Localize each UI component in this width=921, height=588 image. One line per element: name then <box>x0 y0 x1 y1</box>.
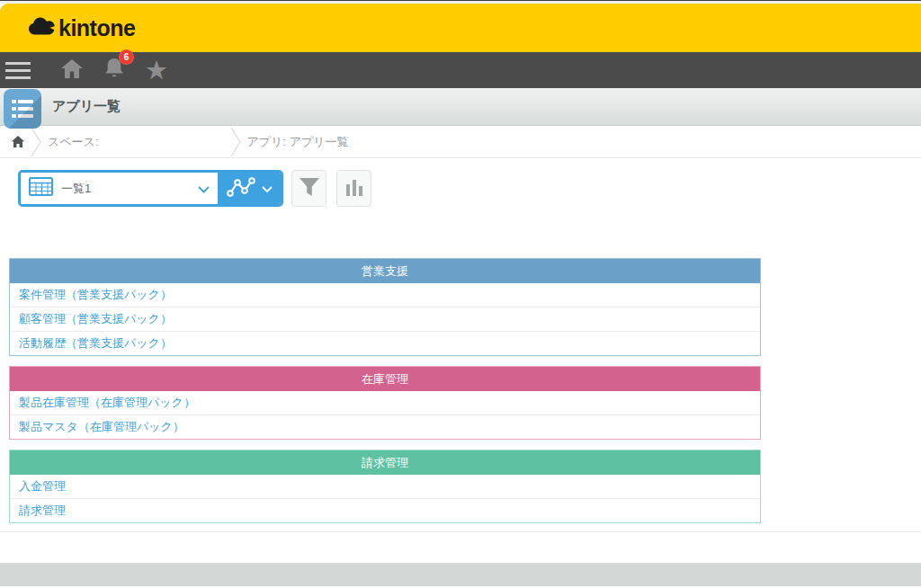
app-group-inventory: 在庫管理 製品在庫管理（在庫管理パック） 製品マスタ（在庫管理パック） <box>9 366 761 440</box>
breadcrumb-app-link[interactable]: アプリ: アプリ一覧 <box>247 134 349 150</box>
filter-button[interactable] <box>291 170 326 207</box>
kintone-logo[interactable]: kintone <box>28 15 135 41</box>
app-group-sales: 営業支援 案件管理（営業支援パック） 顧客管理（営業支援パック） 活動履歴（営業… <box>9 258 761 356</box>
group-header: 営業支援 <box>10 259 760 283</box>
page-title: アプリ一覧 <box>52 98 121 115</box>
app-link[interactable]: 顧客管理（営業支援パック） <box>10 307 760 332</box>
app-group-list: 営業支援 案件管理（営業支援パック） 顧客管理（営業支援パック） 活動履歴（営業… <box>9 258 921 523</box>
graph-button[interactable] <box>218 173 281 204</box>
notifications-button[interactable]: 6 <box>103 58 126 84</box>
footer-bar <box>0 563 921 586</box>
breadcrumb-chevron-icon <box>230 127 242 157</box>
bar-chart-icon <box>345 177 363 200</box>
selected-view-label: 一覧1 <box>61 181 190 197</box>
content-bottom-spacer <box>0 532 921 563</box>
app-link[interactable]: 入金管理 <box>10 475 760 499</box>
view-select-dropdown[interactable]: 一覧1 <box>21 173 218 204</box>
home-icon <box>60 58 84 83</box>
app-header: アプリ一覧 <box>0 88 921 126</box>
star-icon: ★ <box>145 58 168 84</box>
notification-badge: 6 <box>119 49 134 65</box>
group-header: 請求管理 <box>10 450 760 475</box>
cloud-logo-icon <box>28 15 56 40</box>
brand-header: kintone <box>0 4 921 52</box>
line-chart-icon <box>227 176 255 201</box>
breadcrumb-space-link[interactable]: スペース: <box>48 134 99 150</box>
global-nav-bar: 6 ★ <box>0 52 921 88</box>
app-icon[interactable] <box>4 89 41 129</box>
app-link[interactable]: 案件管理（営業支援パック） <box>10 283 760 307</box>
app-link[interactable]: 請求管理 <box>10 499 760 522</box>
group-header: 在庫管理 <box>10 367 760 391</box>
app-group-billing: 請求管理 入金管理 請求管理 <box>9 450 761 523</box>
view-toolbar: 一覧1 <box>18 170 921 207</box>
breadcrumb-chevron-icon <box>31 127 42 157</box>
app-link[interactable]: 製品マスタ（在庫管理パック） <box>10 415 760 439</box>
table-view-icon <box>29 177 53 200</box>
menu-hamburger-button[interactable] <box>5 62 41 79</box>
app-link[interactable]: 製品在庫管理（在庫管理パック） <box>10 391 760 415</box>
breadcrumb-home-link[interactable] <box>11 135 25 148</box>
chevron-down-icon <box>198 181 210 197</box>
list-glyph-icon <box>12 99 33 119</box>
favorites-button[interactable]: ★ <box>145 58 168 84</box>
breadcrumb: スペース: アプリ: アプリ一覧 <box>0 126 921 158</box>
app-link[interactable]: 活動履歴（営業支援パック） <box>10 332 760 355</box>
main-content: 一覧1 <box>0 158 921 532</box>
brand-logo-text: kintone <box>58 15 135 41</box>
funnel-icon <box>299 177 320 200</box>
home-button[interactable] <box>60 58 84 83</box>
chart-button[interactable] <box>336 170 371 207</box>
chevron-down-icon <box>262 181 273 197</box>
kintone-page: kintone 6 ★ <box>0 0 921 588</box>
view-selector-group: 一覧1 <box>18 170 283 207</box>
home-small-icon <box>11 135 25 148</box>
